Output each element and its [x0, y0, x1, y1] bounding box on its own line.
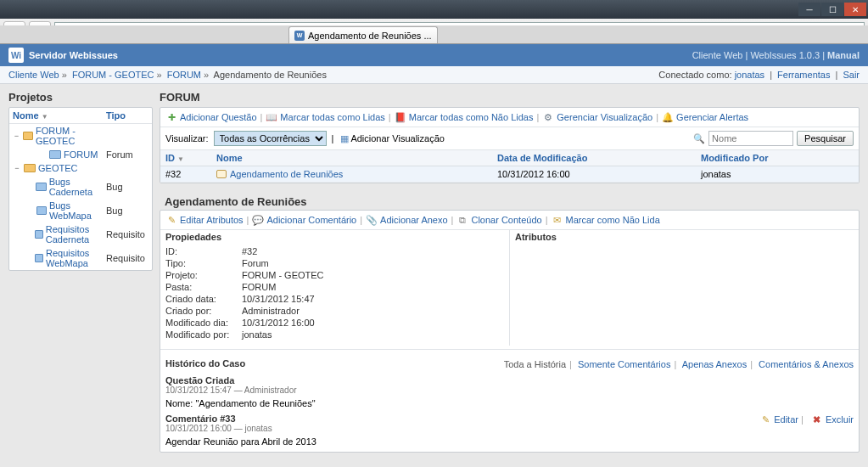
mail-icon: ✉ [551, 214, 563, 226]
clone-icon: ⧉ [456, 214, 468, 226]
projects-title: Projetos [8, 91, 153, 104]
history-entry: ✎ Editar | ✖ Excluir Comentário #33 10/3… [165, 414, 854, 448]
tree-item-link[interactable]: Requisitos Caderneta [46, 224, 106, 245]
entry-title: Questão Criada [165, 375, 854, 385]
app-header: Wi Servidor Webissues Cliente Web | WebI… [0, 44, 868, 66]
browser-tab[interactable]: W Agendamento de Reuniões ... [288, 26, 438, 43]
tree-item-link[interactable]: FORUM - GEOTEC [36, 126, 106, 146]
paperclip-icon: 📎 [366, 214, 378, 226]
crumb-project[interactable]: FORUM - GEOTEC [72, 70, 154, 80]
tree-item-link[interactable]: FORUM [64, 149, 98, 160]
prop-mpor-k: Modificado por: [165, 329, 242, 340]
tree-col-type: Tipo [106, 110, 148, 121]
mark-all-read-link[interactable]: 📖Marcar todas como Lidas [266, 111, 385, 123]
col-name[interactable]: Nome [216, 153, 497, 163]
search-input[interactable] [708, 131, 793, 146]
issue-box: ✎Editar Atributos | 💬Adicionar Comentári… [160, 210, 860, 453]
forum-box: ✚Adicionar Questão | 📖Marcar todas como … [160, 107, 860, 183]
window-minimize-button[interactable]: ─ [798, 3, 820, 16]
manage-alerts-link[interactable]: 🔔Gerenciar Alertas [662, 111, 748, 123]
mark-unread-link[interactable]: ✉Marcar como Não Lida [551, 214, 659, 226]
attrs-heading: Atributos [515, 232, 854, 242]
tree-row[interactable]: Requisitos CadernetaRequisito [9, 222, 152, 246]
gear-icon: ⚙ [542, 111, 554, 123]
prop-id-v: #32 [242, 246, 257, 256]
breadcrumb: Cliente Web» FORUM - GEOTEC» FORUM» Agen… [8, 70, 327, 80]
folder-icon [35, 254, 43, 262]
manage-view-link[interactable]: ⚙Gerenciar Visualização [542, 111, 652, 123]
tree-item-link[interactable]: Bugs Caderneta [49, 177, 106, 197]
expand-icon[interactable]: − [13, 132, 20, 140]
header-manual-link[interactable]: Manual [827, 50, 860, 60]
tree-row[interactable]: −GEOTEC [9, 161, 152, 175]
forum-toolbar: ✚Adicionar Questão | 📖Marcar todas como … [160, 108, 859, 127]
crumb-client[interactable]: Cliente Web [8, 70, 59, 80]
prop-cdata-k: Criado data: [165, 294, 242, 304]
tree-item-link[interactable]: Bugs WebMapa [49, 200, 106, 221]
table-row[interactable]: #32 Agendamento de Reuniões 10/31/2012 1… [160, 166, 859, 183]
issue-icon [216, 170, 227, 178]
projects-tree: Nome ▼ Tipo −FORUM - GEOTECFORUMForum−GE… [8, 107, 153, 271]
expand-icon[interactable]: − [13, 164, 21, 172]
add-view-link[interactable]: ▦Adicionar Visualização [339, 132, 444, 144]
add-issue-link[interactable]: ✚Adicionar Questão [165, 111, 257, 123]
add-attachment-link[interactable]: 📎Adicionar Anexo [366, 214, 448, 226]
hist-comments-link[interactable]: Somente Comentários [578, 359, 670, 369]
issue-toolbar: ✎Editar Atributos | 💬Adicionar Comentári… [160, 211, 859, 230]
user-link[interactable]: jonatas [735, 70, 764, 80]
edit-attrs-link[interactable]: ✎Editar Atributos [165, 214, 244, 226]
window-maximize-button[interactable]: ☐ [821, 3, 843, 16]
window-titlebar: ─ ☐ ✕ [0, 0, 868, 19]
prop-proj-v: FORUM - GEOTEC [242, 270, 324, 280]
tree-row[interactable]: FORUMForum [9, 148, 152, 161]
col-date[interactable]: Data de Modificação [497, 153, 701, 163]
issue-title: Agendamento de Reuniões [160, 190, 860, 210]
tree-item-link[interactable]: GEOTEC [38, 163, 77, 173]
tools-link[interactable]: Ferramentas [777, 70, 830, 80]
session-info: Conectado como: jonatas | Ferramentas | … [658, 70, 860, 80]
prop-cdata-v: 10/31/2012 15:47 [242, 294, 315, 304]
book-open-icon: 📖 [266, 111, 277, 123]
tree-row[interactable]: Bugs CadernetaBug [9, 175, 152, 199]
tree-row[interactable]: Bugs WebMapaBug [9, 199, 152, 222]
addr-tools[interactable]: ♀ ▾ ⟳ ✕ [826, 25, 860, 37]
search-button[interactable]: Pesquisar [797, 131, 854, 146]
window-close-button[interactable]: ✕ [844, 3, 866, 16]
col-by[interactable]: Modificado Por [701, 153, 854, 163]
address-bar[interactable]: W ♀ ▾ ⟳ ✕ [54, 22, 865, 41]
folder-icon [23, 132, 33, 140]
tree-item-type: Forum [106, 149, 148, 160]
prop-mdia-k: Modificado dia: [165, 318, 242, 328]
col-id[interactable]: ID ▼ [165, 153, 216, 163]
entry-meta: 10/31/2012 15:47 — Administrador [165, 385, 854, 395]
connected-label: Conectado como: [658, 70, 731, 80]
mark-all-unread-link[interactable]: 📕Marcar todas como Não Lidas [395, 111, 534, 123]
tree-col-name[interactable]: Nome ▼ [13, 110, 106, 121]
edit-comment-link[interactable]: ✎ Editar [759, 414, 798, 425]
bell-icon: 🔔 [662, 111, 674, 123]
props-heading: Propiedades [165, 232, 504, 242]
hist-both-link[interactable]: Comentários & Anexos [759, 359, 854, 369]
entry-title: Comentário #33 [165, 414, 854, 424]
cell-name-link[interactable]: Agendamento de Reuniões [230, 169, 343, 179]
logout-link[interactable]: Sair [843, 70, 860, 80]
tree-row[interactable]: Requisitos WebMapaRequisito [9, 246, 152, 270]
filter-label: Visualizar: [165, 133, 209, 143]
tree-item-link[interactable]: Requisitos WebMapa [46, 248, 106, 268]
filter-select[interactable]: Todas as Ocorrências [214, 131, 327, 146]
clone-link[interactable]: ⧉Clonar Conteúdo [456, 214, 541, 226]
delete-comment-link[interactable]: ✖ Excluir [811, 414, 854, 425]
hist-attach-link[interactable]: Apenas Anexos [682, 359, 747, 369]
tree-row[interactable]: −FORUM - GEOTEC [9, 124, 152, 148]
forward-button[interactable]: → [29, 21, 51, 42]
tree-item-type: Bug [106, 182, 148, 192]
delete-icon: ✖ [811, 414, 823, 425]
tree-item-type: Requisito [106, 253, 148, 263]
cell-by: jonatas [701, 169, 854, 179]
add-comment-link[interactable]: 💬Adicionar Comentário [252, 214, 356, 226]
back-button[interactable]: ← [3, 21, 25, 42]
crumb-folder[interactable]: FORUM [167, 70, 201, 80]
url-input[interactable] [74, 26, 822, 37]
header-client-link[interactable]: Cliente Web [692, 50, 743, 60]
view-add-icon: ▦ [339, 132, 350, 144]
